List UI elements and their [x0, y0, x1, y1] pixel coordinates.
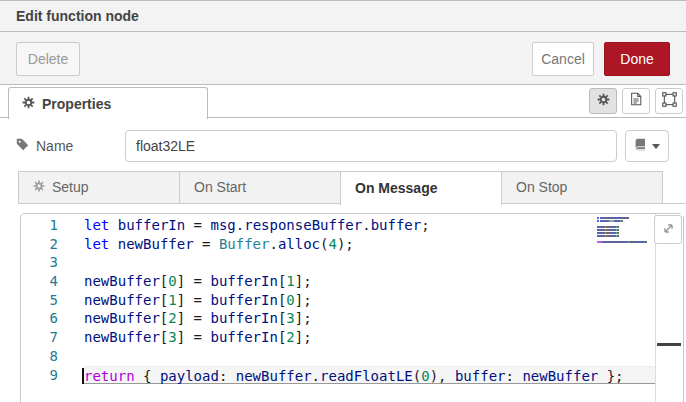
dialog-title: Edit function node	[0, 1, 686, 31]
tabs-filler	[663, 171, 686, 204]
dialog-header: Edit function node	[0, 1, 686, 32]
properties-tab-label: Properties	[42, 96, 111, 112]
edit-function-dialog: Edit function node Delete Cancel Done Pr…	[0, 0, 686, 402]
code-line[interactable]: 7newBuffer[3] = bufferIn[2];	[21, 328, 683, 347]
tab-on-stop[interactable]: On Stop	[501, 171, 663, 204]
line-number: 5	[21, 291, 58, 310]
code-text: newBuffer[1] = bufferIn[0];	[84, 291, 683, 310]
appearance-button[interactable]	[655, 88, 683, 114]
line-number: 7	[21, 328, 58, 347]
book-icon	[634, 137, 647, 155]
gear-icon	[33, 172, 45, 203]
gear-icon	[597, 92, 610, 110]
code-lines: 1let bufferIn = msg.responseBuffer.buffe…	[21, 214, 683, 402]
tag-icon	[16, 138, 29, 154]
name-input[interactable]	[125, 130, 617, 162]
line-number: 3	[21, 253, 58, 272]
code-editor[interactable]: 1let bufferIn = msg.responseBuffer.buffe…	[20, 213, 684, 402]
line-number: 8	[21, 347, 58, 366]
code-line[interactable]: 4newBuffer[0] = bufferIn[1];	[21, 272, 683, 291]
node-properties-button[interactable]	[589, 88, 617, 114]
gear-icon	[22, 95, 35, 113]
line-number: 9	[21, 366, 58, 385]
line-number: 2	[21, 235, 58, 254]
expand-editor-button[interactable]	[654, 215, 682, 244]
tab-properties[interactable]: Properties	[8, 87, 208, 119]
code-line[interactable]: 3	[21, 253, 683, 272]
code-line[interactable]: 5newBuffer[1] = bufferIn[0];	[21, 291, 683, 310]
name-row: Name	[0, 130, 686, 162]
dialog-toolbar: Delete Cancel Done	[0, 32, 686, 85]
code-text: newBuffer[3] = bufferIn[2];	[84, 328, 683, 347]
code-text	[84, 347, 683, 366]
tab-on-start[interactable]: On Start	[179, 171, 341, 204]
line-number: 6	[21, 309, 58, 328]
code-text: let newBuffer = Buffer.alloc(4);	[84, 235, 683, 254]
tab-setup[interactable]: Setup	[18, 171, 180, 204]
function-tabs: SetupOn StartOn MessageOn Stop	[18, 171, 686, 205]
code-text	[84, 253, 683, 272]
text-cursor	[82, 368, 84, 384]
code-line[interactable]: 1let bufferIn = msg.responseBuffer.buffe…	[21, 216, 683, 235]
name-label: Name	[16, 130, 73, 162]
code-line[interactable]: 6newBuffer[2] = bufferIn[3];	[21, 309, 683, 328]
code-line[interactable]: 2let newBuffer = Buffer.alloc(4);	[21, 235, 683, 254]
description-button[interactable]	[622, 88, 650, 114]
object-frame-icon	[662, 92, 677, 111]
delete-button[interactable]: Delete	[16, 42, 80, 76]
code-text: return { payload: newBuffer.readFloatLE(…	[84, 366, 683, 385]
code-line[interactable]: 8	[21, 347, 683, 366]
code-text: let bufferIn = msg.responseBuffer.buffer…	[84, 216, 683, 235]
library-button[interactable]	[625, 130, 669, 162]
properties-tab-row: Properties	[0, 85, 686, 118]
caret-down-icon	[652, 144, 660, 149]
expand-icon	[662, 222, 675, 238]
file-icon	[629, 92, 643, 110]
cancel-button[interactable]: Cancel	[532, 42, 594, 76]
line-number: 1	[21, 216, 58, 235]
cursor-position-marker	[657, 343, 681, 346]
code-text: newBuffer[2] = bufferIn[3];	[84, 309, 683, 328]
line-number: 4	[21, 272, 58, 291]
code-line[interactable]: 9return { payload: newBuffer.readFloatLE…	[21, 366, 683, 385]
tab-on-message[interactable]: On Message	[340, 171, 502, 205]
code-text: newBuffer[0] = bufferIn[1];	[84, 272, 683, 291]
done-button[interactable]: Done	[604, 42, 670, 76]
minimap[interactable]	[597, 217, 649, 248]
